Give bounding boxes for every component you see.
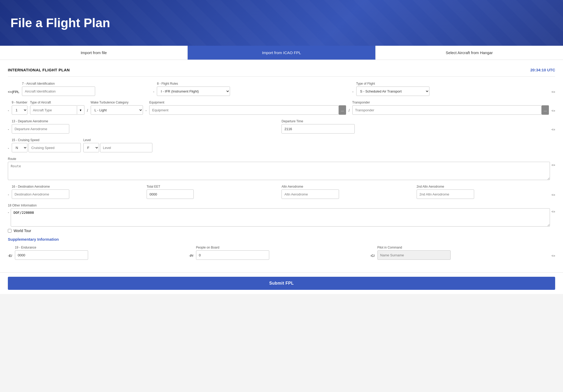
dash7: -	[8, 193, 9, 199]
pilot-label: Pilot in Command	[377, 246, 549, 249]
section-title: INTERNATIONAL FLIGHT PLAN	[8, 68, 70, 72]
altn-aerodrome-label: Altn Aerodrome	[282, 185, 414, 188]
route-group: Route <=	[8, 157, 555, 180]
form-content: INTERNATIONAL FLIGHT PLAN 20:34:10 UTC <…	[0, 60, 563, 272]
aircraft-type-dropdown-btn[interactable]: ▾	[77, 105, 84, 115]
eq-arrow-6: <=	[551, 208, 555, 216]
transponder-input[interactable]	[352, 105, 542, 115]
eq-arrow-3: <=	[551, 128, 555, 134]
destination-aerodrome-label: 16 - Destination Aerodrome	[12, 185, 144, 188]
endurance-input[interactable]: 0000	[15, 250, 88, 260]
people-input[interactable]: 0	[196, 250, 269, 260]
utc-clock: 20:34:10 UTC	[530, 68, 555, 72]
aircraft-type-group: Type of Aircraft ▾	[30, 101, 84, 115]
level-label: Level	[83, 138, 152, 142]
departure-aerodrome-label: 13 - Departure Aerodrome	[12, 119, 279, 123]
dash4: -	[146, 108, 147, 115]
dash8: -	[8, 208, 9, 217]
row-9-equipment: - 9 - Number 1 Type of Aircraft ▾ / Wake…	[8, 101, 555, 115]
other-info-textarea[interactable]: DOF/220808	[11, 208, 550, 227]
world-tour-label: World Tour	[14, 229, 31, 233]
endurance-group: 19 - Endurance 0000	[15, 246, 186, 260]
cruising-speed-input[interactable]	[28, 143, 81, 152]
total-eet-input[interactable]: 0000	[147, 189, 194, 199]
flight-rules-select[interactable]: I - IFR (Instrument Flight)	[157, 87, 230, 96]
field8-label: 8 - Flight Rules	[157, 82, 349, 85]
select-hangar-button[interactable]: Select Aircraft from Hangar	[376, 46, 563, 60]
type-of-flight-label: Type of Flight	[356, 82, 549, 85]
departure-aerodrome-input[interactable]	[12, 124, 69, 134]
route-label: Route	[8, 157, 555, 161]
cruising-speed-label: 15 - Cruising Speed	[12, 138, 81, 142]
import-icao-button[interactable]: Import from ICAO FPL	[188, 46, 375, 60]
cruising-speed-unit-select[interactable]: N	[12, 143, 27, 152]
aircraft-identification-input[interactable]	[22, 87, 95, 96]
departure-time-input[interactable]: 2116	[282, 124, 355, 134]
total-eet-group: Total EET 0000	[147, 185, 279, 199]
supplementary-title: Supplementary Information	[8, 237, 555, 241]
transponder-dots-btn[interactable]: ...	[542, 105, 549, 115]
people-prefix: -P/	[189, 254, 193, 260]
other-info-group: 18 Other Information - DOF/220808 <=	[8, 204, 555, 227]
altn2-aerodrome-label: 2nd Altn Aerodrome	[417, 185, 549, 188]
eq-arrow-2: <=	[551, 109, 555, 115]
level-group: Level F	[83, 138, 152, 152]
level-unit-select[interactable]: F	[83, 143, 99, 152]
submit-bar: Submit FPL	[0, 272, 563, 294]
eq-arrow-1: <=	[551, 90, 555, 96]
aircraft-type-input[interactable]	[30, 105, 77, 115]
row-19: -E/ 19 - Endurance 0000 -P/ People on Bo…	[8, 246, 555, 260]
world-tour-row: World Tour	[8, 229, 555, 233]
world-tour-checkbox[interactable]	[8, 229, 12, 233]
slash1: /	[87, 108, 88, 115]
pilot-input[interactable]	[377, 250, 451, 260]
aircraft-type-label: Type of Aircraft	[30, 101, 84, 104]
altn2-aerodrome-group: 2nd Altn Aerodrome	[417, 185, 549, 199]
departure-time-label: Departure Time	[282, 119, 549, 123]
transponder-label: Transponder	[352, 101, 549, 104]
pilot-prefix: -C/	[370, 254, 375, 260]
route-textarea[interactable]	[8, 162, 550, 180]
page-header: File a Flight Plan	[0, 0, 563, 46]
dash5: -	[8, 127, 9, 134]
field8-group: 8 - Flight Rules I - IFR (Instrument Fli…	[157, 82, 349, 96]
row-15: - 15 - Cruising Speed N Level F	[8, 138, 555, 152]
equipment-group: Equipment ...	[149, 101, 346, 115]
equipment-dots-btn[interactable]: ...	[339, 105, 346, 115]
altn-aerodrome-group: Altn Aerodrome	[282, 185, 414, 199]
total-eet-label: Total EET	[147, 185, 279, 188]
field9-label: 9 - Number	[12, 101, 27, 104]
toolbar: Import from file Import from ICAO FPL Se…	[0, 46, 563, 60]
people-group: People on Board 0	[196, 246, 367, 260]
wake-turbulence-label: Wake Turbulence Category	[91, 101, 143, 104]
other-info-label: 18 Other Information	[8, 204, 555, 207]
cruising-speed-group: 15 - Cruising Speed N	[12, 138, 81, 152]
dash3: -	[8, 108, 9, 115]
submit-fpl-button[interactable]: Submit FPL	[8, 277, 555, 290]
import-file-button[interactable]: Import from file	[0, 46, 188, 60]
dash6: -	[8, 146, 9, 152]
page-title: File a Flight Plan	[10, 16, 110, 30]
type-of-flight-select[interactable]: S - Scheduled Air Transport	[356, 87, 429, 96]
endurance-label: 19 - Endurance	[15, 246, 186, 249]
wake-turbulence-select[interactable]: L - Light	[91, 105, 143, 115]
level-input[interactable]	[100, 143, 152, 152]
field7-group: 7 - Aircraft Identification	[22, 82, 151, 96]
equipment-label: Equipment	[149, 101, 346, 104]
wake-turbulence-group: Wake Turbulence Category L - Light	[91, 101, 143, 115]
aircraft-number-select[interactable]: 1	[12, 105, 27, 115]
altn-aerodrome-input[interactable]	[282, 189, 339, 199]
section-header: INTERNATIONAL FLIGHT PLAN 20:34:10 UTC	[8, 65, 555, 77]
pilot-group: Pilot in Command	[377, 246, 549, 260]
row-16: - 16 - Destination Aerodrome Total EET 0…	[8, 185, 555, 199]
dash2: -	[352, 90, 354, 96]
destination-aerodrome-input[interactable]	[12, 189, 69, 199]
row-7-8-tof: <=(FPL 7 - Aircraft Identification - 8 -…	[8, 82, 555, 96]
altn2-aerodrome-input[interactable]	[417, 189, 474, 199]
transponder-group: Transponder ...	[352, 101, 549, 115]
equipment-input[interactable]	[149, 105, 339, 115]
fpl-prefix: <=(FPL	[8, 90, 19, 96]
departure-aerodrome-group: 13 - Departure Aerodrome	[12, 119, 279, 134]
type-of-flight-group: Type of Flight S - Scheduled Air Transpo…	[356, 82, 549, 96]
departure-time-group: Departure Time 2116	[282, 119, 549, 134]
